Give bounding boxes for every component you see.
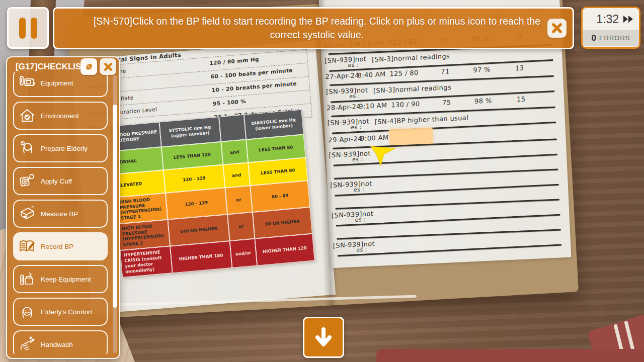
pause-icon xyxy=(19,18,26,39)
entry-bp-value[interactable]: 125 / 80 xyxy=(389,69,418,78)
bp-monitor-icon xyxy=(18,74,36,92)
house-check-icon xyxy=(18,107,36,125)
vital-value: 120 / 80 mm Hg xyxy=(209,56,259,66)
scrollbar-thumb[interactable] xyxy=(113,105,117,308)
bp-category-cell: HYPERTENSIVE CRISIS (consult your doctor… xyxy=(120,246,172,277)
errors-count: 0 xyxy=(591,33,596,43)
entry-spo2: 97 % xyxy=(473,65,491,74)
entry-note: [SN-3]normal readings xyxy=(373,83,451,95)
entry-note: [SN-4]BP higher than usual xyxy=(375,114,469,125)
bp-category-cell: HIGH BLOOD PRESSURE (HYPERTENSION) STAGE… xyxy=(115,193,168,224)
entry-time: 9:10 AM xyxy=(359,102,387,111)
entry-note: [SN-3]normal readings xyxy=(372,52,450,63)
fast-forward-icon[interactable] xyxy=(623,15,634,23)
pause-button[interactable] xyxy=(7,7,49,49)
elderly-person-icon xyxy=(18,139,36,157)
checklist-item-label: Prepare Elderly xyxy=(41,145,88,152)
checklist-item-handwash[interactable]: Handwash xyxy=(13,330,108,354)
errors-counter: 0 ERRORS xyxy=(583,30,639,46)
elderly-face-icon xyxy=(18,303,36,321)
entry-spo2: 98 % xyxy=(474,97,492,105)
instruction-text: [SN-570]Click on the BP field to start r… xyxy=(83,15,551,42)
entry-date: 28-Apr-24 xyxy=(327,103,360,112)
bp-conj-cell: or xyxy=(227,212,255,241)
checklist-item-label: Handwash xyxy=(41,341,73,348)
entry-time: 8:40 AM xyxy=(357,70,385,79)
scroll-down-button[interactable] xyxy=(303,317,344,358)
checklist-scrollbar[interactable] xyxy=(113,75,117,353)
entry-date: 29-Apr-24 xyxy=(328,135,362,144)
errors-label: ERRORS xyxy=(599,34,630,42)
timer-panel: 1:32 0 ERRORS xyxy=(581,7,640,49)
checklist-item-label: Record BP xyxy=(41,243,73,250)
close-icon xyxy=(104,62,113,71)
checklist-item-prepare-elderly[interactable]: Prepare Elderly xyxy=(13,134,108,162)
checklist-title: [G17]CHECKLIST xyxy=(16,62,87,72)
pause-icon xyxy=(31,18,37,39)
checklist-item-elderlys-comfort[interactable]: Elderly's Comfort xyxy=(13,298,108,326)
bp-diastolic-cell: HIGHER THAN 120 xyxy=(255,234,314,266)
bp-category-cell: HIGH BLOOD PRESSURE (HYPERTENSION) STAGE… xyxy=(118,220,170,250)
checklist-item-equipment[interactable]: Equipment xyxy=(13,72,108,97)
entry-bp-value[interactable]: 130 / 90 xyxy=(391,100,420,109)
checklist-scroll-area[interactable]: Equipment Environment Prepare Elderly xyxy=(12,72,111,354)
checklist-item-keep-equipment[interactable]: Keep Equipment xyxy=(13,265,108,293)
equipment-bag-icon xyxy=(18,270,36,288)
bp-categories-chart: BLOOD PRESSURE CATEGORY SYSTOLIC mm Hg (… xyxy=(109,110,315,278)
entry-heart-rate: 75 xyxy=(442,99,451,107)
entry-heart-rate: 71 xyxy=(441,67,449,75)
entry-time: 9:00 AM xyxy=(360,134,388,143)
entry-respiration: 13 xyxy=(515,64,524,72)
bp-chart-header-blank xyxy=(219,115,246,142)
checklist-item-label: Elderly's Comfort xyxy=(41,308,92,316)
banner-close-button[interactable] xyxy=(547,19,567,38)
checklist-item-label: Environment xyxy=(41,112,79,120)
expand-icon xyxy=(84,62,94,72)
bp-systolic-cell: HIGHER THAN 180 xyxy=(170,241,232,273)
bp-conj-cell: and xyxy=(221,140,248,165)
entry-respiration: 15 xyxy=(517,95,525,103)
vital-value: 95 - 100 % xyxy=(213,98,246,107)
checklist-item-apply-cuff[interactable]: Apply Cuff xyxy=(13,167,108,195)
handwash-icon xyxy=(18,335,36,353)
entry-date: 27-Apr-24 xyxy=(326,71,359,80)
cuff-icon xyxy=(18,172,36,190)
book-pen-icon xyxy=(18,237,36,255)
checklist-item-label: Equipment xyxy=(41,79,73,87)
checklist-item-label: Apply Cuff xyxy=(41,177,72,185)
checklist-item-environment[interactable]: Environment xyxy=(13,102,108,130)
instruction-banner: [SN-570]Click on the BP field to start r… xyxy=(53,7,574,49)
sofa-seat xyxy=(376,349,644,362)
bp-conj-cell: and xyxy=(223,162,250,188)
bp-conj-cell: and/or xyxy=(229,239,257,268)
bp-device-icon xyxy=(18,205,36,223)
bp-conj-cell: or xyxy=(225,186,252,214)
checklist-item-record-bp[interactable]: Record BP xyxy=(13,232,108,260)
timer-value: 1:32 xyxy=(596,13,619,26)
close-icon xyxy=(551,23,562,34)
checklist-item-measure-bp[interactable]: Measure BP xyxy=(13,200,108,228)
checklist-item-label: Keep Equipment xyxy=(41,276,91,283)
checklist-panel: [G17]CHECKLIST Equipment Environment xyxy=(6,56,120,359)
down-arrow-icon xyxy=(312,326,335,348)
checklist-item-label: Measure BP xyxy=(41,210,78,218)
tutorial-cursor-arrow xyxy=(370,142,397,166)
